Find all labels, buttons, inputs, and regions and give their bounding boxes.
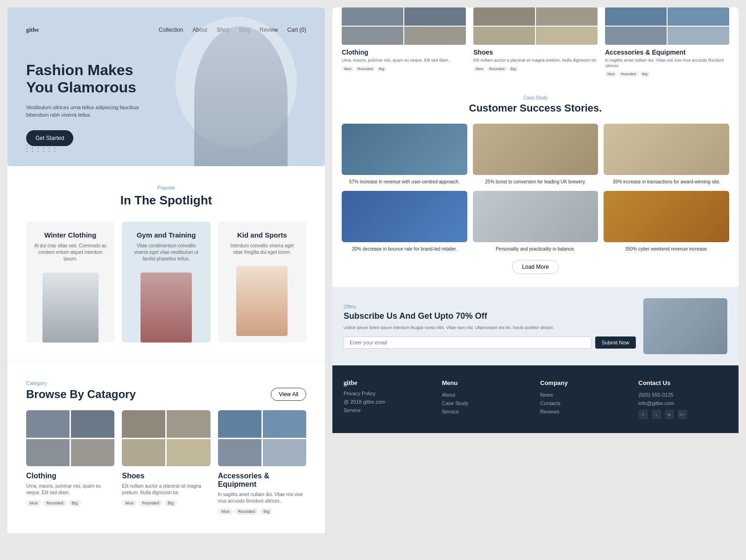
top-cat-cell bbox=[473, 7, 535, 26]
hero-model-figure bbox=[180, 7, 302, 166]
top-cat-desc-1: Elit nullam auctor a placerat sit magna … bbox=[473, 58, 598, 63]
hero-description: Vestibulum ultrices urna tellus adipisci… bbox=[26, 104, 157, 119]
winter-figure bbox=[42, 273, 99, 343]
cat-tag: Nice bbox=[26, 500, 41, 506]
cat-card-shoes: Shoes Elit nullam auctor a placerat sit … bbox=[122, 410, 210, 515]
footer-phone: (505) 555-0125 bbox=[639, 392, 728, 398]
spotlight-img-winter bbox=[34, 268, 107, 343]
footer-company-news[interactable]: News bbox=[540, 392, 629, 398]
spotlight-card-desc-0: At dui cras vitae sed. Commodo ac condem… bbox=[34, 243, 107, 262]
subscribe-content: Offers Subscribe Us And Get Upto 70% Off… bbox=[344, 304, 636, 349]
footer-privacy-link[interactable]: Privacy Policy bbox=[344, 391, 433, 396]
cat-card-title-0: Clothing bbox=[26, 472, 114, 480]
story-desc-5: 350% cyber weekend revenue increase. bbox=[604, 246, 729, 252]
spotlight-card-title-2: Kid and Sports bbox=[225, 231, 299, 239]
subscribe-desc: Urdice ipsum lorem ipsum interdum feugia… bbox=[344, 325, 636, 331]
top-cat-cell bbox=[668, 27, 729, 45]
cat-tag: Rounded bbox=[235, 508, 259, 515]
cat-card-accessories: Accessories & Equipment In sagittis amet… bbox=[218, 410, 306, 515]
cat-img-cell bbox=[26, 439, 70, 467]
footer-company-contacts[interactable]: Contacts bbox=[540, 400, 629, 406]
nav-collection[interactable]: Collection bbox=[159, 27, 183, 33]
subscribe-email-input[interactable] bbox=[344, 336, 591, 349]
cat-card-desc-2: In sagittis amet nullam dui. Vitae nisi … bbox=[218, 491, 306, 504]
top-cat-tag: Big bbox=[508, 66, 519, 71]
cat-tag: Rounded bbox=[43, 500, 67, 506]
social-googleplus-icon[interactable]: G+ bbox=[678, 410, 687, 419]
stories-label: Case Study bbox=[342, 95, 729, 100]
category-header-left: Category Browse By Catagory bbox=[26, 380, 136, 401]
footer-menu-service[interactable]: Service bbox=[442, 409, 531, 414]
top-cat-cell bbox=[668, 7, 729, 26]
hero-model-image bbox=[194, 26, 288, 166]
social-icons: f t in G+ bbox=[639, 410, 728, 419]
subscribe-button[interactable]: Submit Now bbox=[595, 336, 636, 349]
cat-img-cell bbox=[167, 439, 210, 467]
footer-company: Company News Contacts Reviews bbox=[540, 379, 629, 419]
cat-tags-0: Nice Rounded Big bbox=[26, 500, 114, 506]
footer-company-title: Company bbox=[540, 379, 629, 386]
top-cat-accessories: Accessories & Equipment In sagittis amet… bbox=[605, 7, 729, 77]
right-panel: Clothing Urna, mauris, pulvinar nisi, qu… bbox=[332, 7, 739, 553]
footer-menu: Menu About Case Study Service bbox=[442, 379, 531, 419]
cat-img-cell bbox=[263, 439, 306, 467]
top-cat-cell bbox=[342, 7, 403, 26]
category-grid: Clothing Urna, mauris, pulvinar nisi, qu… bbox=[26, 410, 306, 515]
footer-contact: Contact Us (505) 555-0125 info@gitbe.com… bbox=[639, 379, 728, 419]
story-card-5: 350% cyber weekend revenue increase. bbox=[604, 191, 729, 252]
subscribe-form: Submit Now bbox=[344, 336, 636, 349]
footer-copyright: @ 2018 gitbe.com bbox=[344, 399, 433, 405]
top-cat-cell bbox=[605, 7, 667, 26]
story-card-2: 39% increase in transactions for award-w… bbox=[604, 124, 729, 185]
story-card-1: 25% boost to conversion for leading UK b… bbox=[473, 124, 598, 185]
top-cat-cell bbox=[605, 27, 667, 45]
cat-img-cell bbox=[218, 410, 261, 438]
top-cat-tag: Nice bbox=[605, 71, 617, 77]
story-img-1 bbox=[473, 124, 598, 175]
story-img-5 bbox=[604, 191, 729, 242]
spotlight-card-title-0: Winter Clothing bbox=[34, 231, 107, 239]
load-more-button[interactable]: Load More bbox=[512, 260, 558, 274]
top-cat-img-shoes bbox=[473, 7, 598, 45]
social-facebook-icon[interactable]: f bbox=[639, 410, 648, 419]
cat-img-cell bbox=[71, 410, 114, 438]
story-card-3: 20% decrease in bounce rate for brand-le… bbox=[342, 191, 467, 252]
top-cat-title-2: Accessories & Equipment bbox=[605, 49, 729, 56]
top-cat-tags-2: Nice Rounded Big bbox=[605, 71, 729, 77]
stories-title: Customer Success Stories. bbox=[342, 102, 729, 114]
spotlight-img-gym bbox=[129, 268, 203, 343]
footer-section: gitbe Privacy Policy @ 2018 gitbe.com Se… bbox=[332, 365, 739, 433]
cat-tag: Big bbox=[69, 500, 81, 506]
spotlight-card-title-1: Gym and Training bbox=[129, 231, 203, 239]
social-instagram-icon[interactable]: in bbox=[665, 410, 674, 419]
subscribe-title: Subscribe Us And Get Upto 70% Off bbox=[344, 311, 636, 322]
cat-card-title-1: Shoes bbox=[122, 472, 210, 480]
footer-service-link[interactable]: Service bbox=[344, 407, 433, 413]
cat-tag: Big bbox=[164, 500, 177, 506]
top-cat-tag: Nice bbox=[473, 66, 486, 71]
view-all-button[interactable]: View All bbox=[271, 388, 306, 401]
left-panel: gitbe Collection About Shop Blog Review … bbox=[7, 7, 325, 553]
footer-brand: gitbe Privacy Policy @ 2018 gitbe.com Se… bbox=[344, 379, 433, 419]
spotlight-img-kid bbox=[225, 261, 299, 336]
cat-tag: Big bbox=[260, 508, 273, 515]
hero-section: gitbe Collection About Shop Blog Review … bbox=[7, 7, 325, 166]
footer-logo: gitbe bbox=[344, 379, 433, 387]
footer-menu-about[interactable]: About bbox=[442, 392, 531, 398]
footer-menu-case-study[interactable]: Case Study bbox=[442, 400, 531, 406]
story-img-4 bbox=[473, 191, 598, 242]
gym-figure bbox=[141, 273, 192, 343]
top-cat-tag: Nice bbox=[342, 66, 354, 71]
footer-company-reviews[interactable]: Reviews bbox=[540, 409, 629, 414]
social-twitter-icon[interactable]: t bbox=[652, 410, 661, 419]
cat-card-title-2: Accessories & Equipment bbox=[218, 472, 306, 489]
top-cat-tag: Big bbox=[640, 71, 650, 77]
cat-img-cell bbox=[263, 410, 306, 438]
subscribe-section: Offers Subscribe Us And Get Upto 70% Off… bbox=[332, 287, 739, 365]
top-cat-cell bbox=[404, 7, 466, 26]
hero-cta-button[interactable]: Get Started bbox=[26, 130, 73, 146]
story-card-0: 57% increase in revenue with user-centre… bbox=[342, 124, 467, 185]
top-cat-cell bbox=[473, 27, 535, 45]
top-cat-img-accessories bbox=[605, 7, 729, 45]
story-desc-0: 57% increase in revenue with user-centre… bbox=[342, 179, 467, 185]
